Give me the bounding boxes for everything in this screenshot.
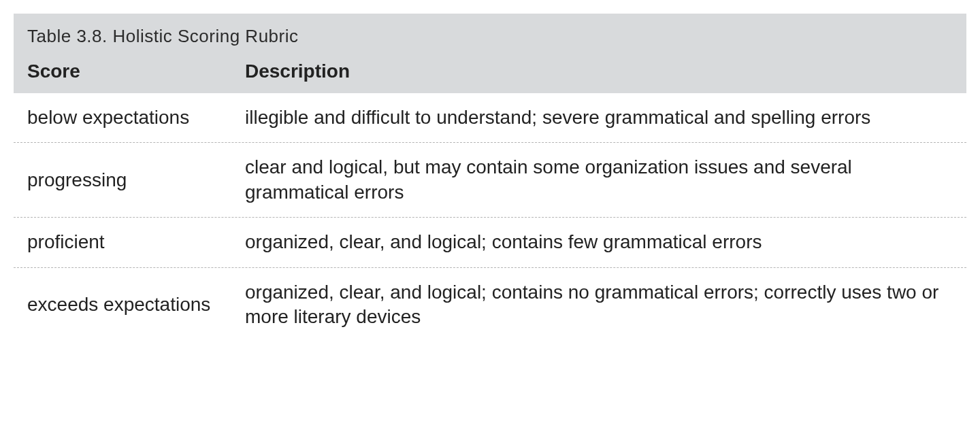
table-row: below expectations illegible and difficu…	[14, 93, 966, 143]
cell-score: below expectations	[27, 107, 245, 129]
table-row: progressing clear and logical, but may c…	[14, 143, 966, 218]
cell-score: proficient	[27, 231, 245, 253]
cell-score: exceeds expectations	[27, 294, 245, 316]
table-title: Table 3.8. Holistic Scoring Rubric	[27, 26, 299, 46]
cell-description: organized, clear, and logical; contains …	[245, 230, 953, 254]
rubric-table: Table 3.8. Holistic Scoring Rubric Score…	[14, 14, 966, 341]
cell-score: progressing	[27, 169, 245, 191]
table-body: below expectations illegible and difficu…	[14, 93, 966, 341]
column-header-description: Description	[245, 61, 953, 82]
table-row: proficient organized, clear, and logical…	[14, 218, 966, 267]
table-row: exceeds expectations organized, clear, a…	[14, 268, 966, 342]
column-header-score: Score	[27, 61, 245, 82]
cell-description: clear and logical, but may contain some …	[245, 155, 953, 205]
cell-description: organized, clear, and logical; contains …	[245, 280, 953, 330]
column-header-row: Score Description	[14, 56, 966, 93]
table-title-row: Table 3.8. Holistic Scoring Rubric	[14, 14, 966, 56]
cell-description: illegible and difficult to understand; s…	[245, 105, 953, 130]
